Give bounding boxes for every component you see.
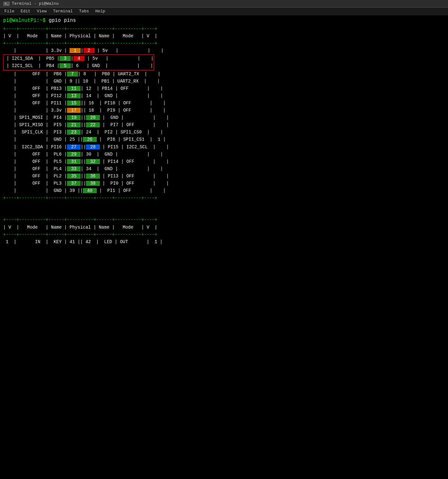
menu-file[interactable]: File xyxy=(1,8,17,14)
terminal-body: pi@WalnutPi:~$ gpio pins +----+---------… xyxy=(0,15,448,248)
menu-tabs[interactable]: Tabs xyxy=(76,8,92,14)
terminal-icon: >_ xyxy=(3,2,10,6)
menu-edit[interactable]: Edit xyxy=(17,8,34,14)
prompt-line: pi@WalnutPi:~$ gpio pins xyxy=(3,18,445,23)
title-bar-left: >_ Terminal - pi@Walnu xyxy=(3,1,58,6)
menu-terminal[interactable]: Terminal xyxy=(50,8,76,14)
window-title: Terminal - pi@Walnu xyxy=(12,1,58,6)
title-bar: >_ Terminal - pi@Walnu xyxy=(0,0,448,8)
prompt-cmd: gpio pins xyxy=(49,18,76,23)
menu-view[interactable]: View xyxy=(34,8,50,14)
prompt-user: pi@WalnutPi:~$ xyxy=(3,18,46,23)
menu-help[interactable]: Help xyxy=(92,8,108,14)
gpio-output: +----+----------+------+----------+-----… xyxy=(3,25,445,246)
menubar: File Edit View Terminal Tabs Help xyxy=(0,8,448,15)
